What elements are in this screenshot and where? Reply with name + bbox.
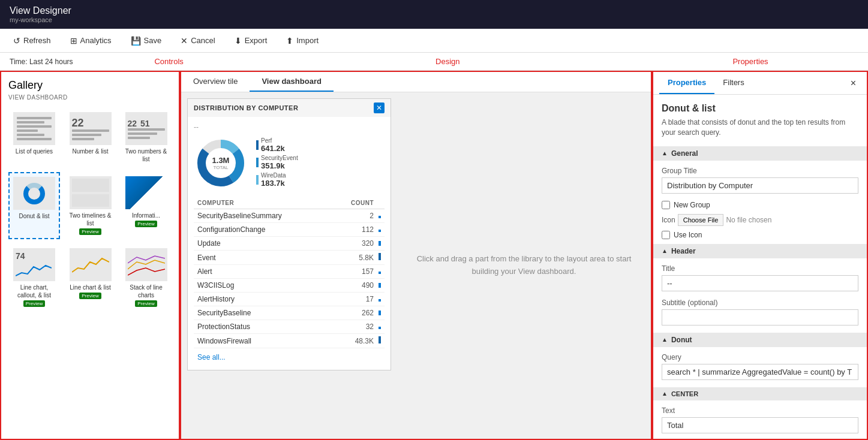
cancel-button[interactable]: ✕ Cancel (177, 34, 218, 48)
col-bar (377, 197, 385, 209)
gallery-item-label: List of queries (16, 147, 53, 155)
header-subtitle-input[interactable] (662, 309, 858, 326)
count-cell: 32 (332, 320, 377, 334)
icon-file-row: Icon Choose File No file chosen (662, 214, 858, 226)
gallery-item-label: Donut & list (19, 212, 49, 220)
section-header-general: ▲ General (653, 146, 867, 161)
import-icon: ⬆ (286, 36, 293, 46)
distribution-widget: DISTRIBUTION BY COMPUTER ✕ -- (187, 98, 391, 370)
gallery-item-number-list[interactable]: 22 Number & list (65, 108, 116, 167)
computer-cell: ConfigurationChange (194, 223, 332, 237)
refresh-button[interactable]: ↺ Refresh (10, 34, 55, 48)
widget-close-button[interactable]: ✕ (374, 103, 385, 113)
new-group-checkbox-row: New Group (662, 201, 858, 209)
query-field: Query (662, 353, 858, 380)
subtitle-field: Subtitle (optional) (662, 299, 858, 326)
properties-label: Properties (642, 57, 858, 66)
computer-cell: W3CIISLog (194, 279, 332, 293)
properties-close-button[interactable]: × (846, 76, 861, 91)
bar-cell (377, 251, 385, 265)
save-button[interactable]: 💾 Save (127, 34, 166, 48)
center-text-input[interactable] (662, 417, 858, 433)
gallery-item-label: Informati... (132, 212, 160, 219)
gallery-item-label: Line chart, callout, & list (13, 284, 56, 299)
table-row: Event 5.8K (194, 251, 385, 265)
bar-cell (377, 293, 385, 306)
tab-properties[interactable]: Properties (659, 72, 714, 94)
gallery-item-thumb (70, 248, 112, 281)
count-cell: 48.3K (332, 334, 377, 348)
analytics-icon: ⊞ (70, 36, 77, 46)
header-title-input[interactable] (662, 275, 858, 291)
tab-filters[interactable]: Filters (714, 72, 752, 94)
table-row: ConfigurationChange 112 (194, 223, 385, 237)
drop-zone: Click and drag a part from the library t… (397, 92, 651, 439)
save-icon: 💾 (131, 36, 141, 46)
choose-file-button[interactable]: Choose File (678, 214, 724, 226)
gallery-item-stack-line-charts[interactable]: Stack of line charts Preview (121, 244, 172, 311)
table-row: Update 320 (194, 237, 385, 251)
table-row: SecurityBaseline 262 (194, 306, 385, 320)
gallery-item-line-chart-list[interactable]: Line chart & list Preview (65, 244, 116, 311)
bar-cell (377, 306, 385, 320)
gallery-item-list-queries[interactable]: List of queries (8, 108, 60, 167)
group-title-label: Group Title (662, 167, 858, 175)
gallery-item-thumb (125, 248, 167, 281)
gallery-item-thumb (13, 177, 55, 210)
legend-item-perf: Perf 641.2k (256, 137, 385, 153)
count-cell: 112 (332, 223, 377, 237)
gallery-title: Gallery (8, 79, 172, 92)
export-button[interactable]: ⬇ Export (231, 34, 271, 48)
analytics-button[interactable]: ⊞ Analytics (67, 34, 115, 48)
cancel-icon: ✕ (181, 36, 188, 46)
properties-panel: Properties Filters × Donut & list A blad… (652, 71, 868, 440)
bar-cell (377, 334, 385, 348)
col-computer: COMPUTER (194, 197, 332, 209)
gallery-item-thumb: 22 (70, 112, 112, 145)
new-group-checkbox[interactable] (662, 201, 670, 209)
group-title-field: Group Title (662, 167, 858, 194)
gallery-item-thumb (125, 176, 167, 209)
use-icon-checkbox[interactable] (662, 231, 670, 239)
bar-cell (377, 265, 385, 279)
subtitle-label: Subtitle (optional) (662, 299, 858, 307)
main-container: Gallery VIEW DASHBOARD List of queries (0, 71, 868, 440)
gallery-item-label: Two timelines & list (69, 212, 112, 227)
export-icon: ⬇ (235, 36, 242, 46)
gallery-grid: List of queries 22 Number & list (8, 108, 172, 311)
section-header-donut: ▲ Donut (653, 333, 867, 347)
preview-badge: Preview (79, 228, 101, 235)
computer-cell: ProtectionStatus (194, 320, 332, 334)
time-filter-label: Time: Last 24 hours (10, 58, 73, 66)
gallery-item-label: Stack of line charts (125, 284, 167, 299)
query-label: Query (662, 353, 858, 361)
query-input[interactable] (662, 364, 858, 380)
props-description: A blade that consists of donut and the t… (662, 117, 858, 138)
gallery-item-informati[interactable]: Informati... Preview (121, 172, 172, 239)
table-row: AlertHistory 17 (194, 293, 385, 306)
section-arrow-general: ▲ (662, 150, 668, 156)
gallery-item-two-timelines[interactable]: Two timelines & list Preview (65, 172, 116, 239)
title-label: Title (662, 264, 858, 273)
gallery-item-thumb: 22 51 (125, 112, 167, 145)
table-row: WindowsFirewall 48.3K (194, 334, 385, 348)
gallery-item-donut-list[interactable]: Donut & list (8, 172, 60, 239)
refresh-icon: ↺ (13, 36, 20, 46)
bar-cell (377, 209, 385, 223)
gallery-item-two-numbers[interactable]: 22 51 Two numbers & list (121, 108, 172, 167)
no-file-label: No file chosen (726, 216, 771, 224)
see-all-link[interactable]: See all... (194, 348, 385, 364)
preview-badge: Preview (79, 293, 101, 299)
props-tabs: Properties Filters × (653, 72, 867, 95)
design-label: Design (253, 57, 642, 66)
tab-view-dashboard[interactable]: View dashboard (250, 72, 333, 92)
count-cell: 490 (332, 279, 377, 293)
legend-item-wiredata: WireData 183.7k (256, 172, 385, 188)
tab-overview-tile[interactable]: Overview tile (181, 72, 250, 92)
controls-label: Controls (85, 57, 253, 66)
computer-cell: Update (194, 237, 332, 251)
group-title-input[interactable] (662, 177, 858, 194)
widget-area: DISTRIBUTION BY COMPUTER ✕ -- (181, 92, 397, 439)
import-button[interactable]: ⬆ Import (283, 34, 322, 48)
gallery-item-line-chart-callout[interactable]: 74 Line chart, callout, & list Preview (8, 244, 60, 311)
